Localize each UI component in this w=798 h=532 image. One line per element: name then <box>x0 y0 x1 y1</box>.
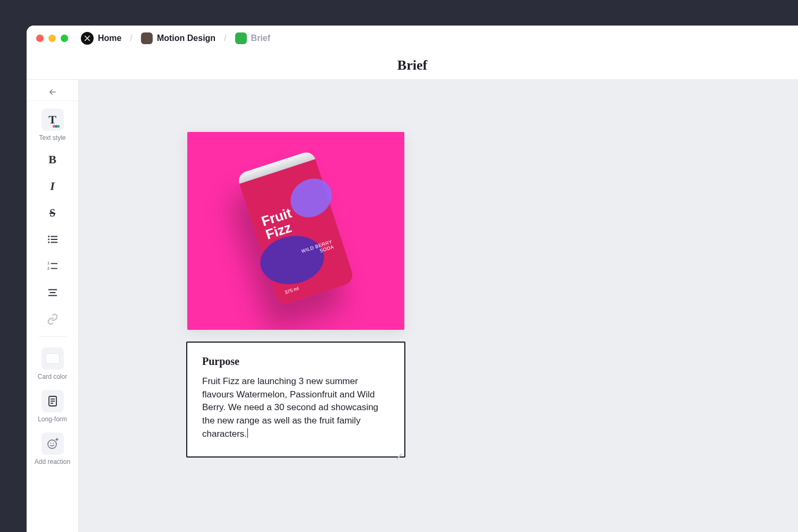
resize-handle[interactable] <box>395 447 402 454</box>
add-reaction-tool[interactable]: Add reaction <box>27 425 78 468</box>
add-reaction-label: Add reaction <box>35 458 70 466</box>
breadcrumb-home-label: Home <box>98 34 121 43</box>
bold-tool[interactable]: B <box>27 144 78 170</box>
long-form-icon <box>46 395 59 408</box>
numbered-list-icon: 1 2 <box>47 260 59 272</box>
breadcrumb-page[interactable]: Brief <box>235 32 270 44</box>
text-style-tool[interactable]: T Text style <box>27 101 78 144</box>
arrow-left-icon <box>48 87 57 97</box>
text-style-label: Text style <box>39 134 65 142</box>
sidebar-divider <box>39 336 66 337</box>
close-window-button[interactable] <box>36 35 44 42</box>
canvas[interactable]: Fruit Fizz WILD BERRY SODA 375 ml Purpos… <box>79 80 798 532</box>
svg-point-20 <box>53 443 54 444</box>
italic-icon: I <box>50 179 55 193</box>
breadcrumb-separator: / <box>127 34 135 43</box>
svg-text:2: 2 <box>47 266 49 271</box>
bold-icon: B <box>48 153 56 167</box>
breadcrumb-project-label: Motion Design <box>157 34 215 43</box>
strikethrough-icon: S <box>49 207 55 219</box>
svg-point-18 <box>48 440 56 448</box>
project-color-chip <box>141 32 153 44</box>
long-form-label: Long-form <box>38 415 67 423</box>
card-color-tool[interactable]: Card color <box>27 340 78 383</box>
page-title: Brief <box>397 57 427 73</box>
text-style-icon: T <box>48 113 56 127</box>
strikethrough-tool[interactable]: S <box>27 197 78 223</box>
italic-tool[interactable]: I <box>27 170 78 197</box>
breadcrumb-project[interactable]: Motion Design <box>141 32 215 44</box>
add-reaction-icon <box>46 437 59 450</box>
image-card[interactable]: Fruit Fizz WILD BERRY SODA 375 ml <box>187 132 404 330</box>
product-can-illustration: Fruit Fizz WILD BERRY SODA 375 ml <box>236 150 355 306</box>
breadcrumb-separator: / <box>221 34 229 43</box>
long-form-tool[interactable]: Long-form <box>27 383 78 425</box>
card-color-label: Card color <box>38 373 67 380</box>
card-color-icon <box>46 353 60 364</box>
svg-point-1 <box>48 236 49 237</box>
align-center-icon <box>47 287 59 298</box>
sidebar-back-button[interactable] <box>27 83 78 101</box>
maximize-window-button[interactable] <box>61 35 68 42</box>
link-tool[interactable] <box>27 303 78 330</box>
text-card-heading: Purpose <box>202 355 389 368</box>
bullet-list-icon <box>47 234 59 245</box>
workspace: T Text style B I S <box>27 80 798 532</box>
app-logo-icon <box>81 32 94 45</box>
svg-text:1: 1 <box>47 261 49 265</box>
breadcrumb-home[interactable]: Home <box>81 32 121 45</box>
link-icon <box>47 313 59 325</box>
text-card-body[interactable]: Fruit Fizz are launching 3 new summer fl… <box>202 375 389 440</box>
breadcrumb-page-label: Brief <box>251 34 270 43</box>
svg-point-5 <box>48 242 49 243</box>
page-title-bar: Brief <box>27 51 798 80</box>
numbered-list-tool[interactable]: 1 2 <box>27 250 78 277</box>
titlebar: Home / Motion Design / Brief <box>27 26 798 51</box>
text-card[interactable]: Purpose Fruit Fizz are launching 3 new s… <box>186 342 405 458</box>
bullet-list-tool[interactable] <box>27 223 78 250</box>
text-cursor <box>247 428 248 438</box>
minimize-window-button[interactable] <box>48 35 56 42</box>
svg-point-3 <box>48 239 49 240</box>
format-sidebar: T Text style B I S <box>27 80 79 532</box>
svg-point-19 <box>50 443 51 444</box>
window-controls <box>36 35 68 42</box>
align-tool[interactable] <box>27 277 78 303</box>
can-volume: 375 ml <box>284 286 300 295</box>
page-color-chip <box>235 32 247 44</box>
app-window: Home / Motion Design / Brief Brief T <box>27 26 798 532</box>
